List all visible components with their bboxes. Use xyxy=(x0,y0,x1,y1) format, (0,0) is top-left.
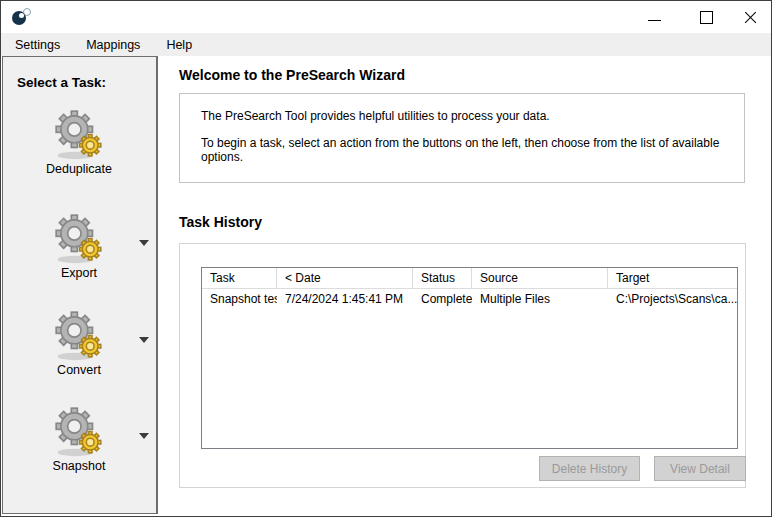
delete-history-button[interactable]: Delete History xyxy=(539,456,640,481)
cell-target: C:\Projects\Scans\ca... xyxy=(608,289,737,309)
column-header-task[interactable]: Task xyxy=(202,268,277,289)
minimize-button[interactable] xyxy=(637,1,671,33)
titlebar[interactable] xyxy=(1,1,771,33)
cell-date: 7/24/2024 1:45:41 PM xyxy=(277,289,413,309)
gears-icon xyxy=(51,210,107,266)
task-button-deduplicate[interactable]: Deduplicate xyxy=(3,106,155,176)
dropdown-arrow-icon[interactable] xyxy=(139,337,149,343)
dropdown-arrow-icon[interactable] xyxy=(139,240,149,246)
maximize-icon xyxy=(700,11,713,24)
task-button-snapshot[interactable]: Snapshot xyxy=(3,403,155,473)
task-label: Snapshot xyxy=(3,459,155,473)
task-button-convert[interactable]: Convert xyxy=(3,307,155,377)
welcome-text-line: To begin a task, select an action from t… xyxy=(180,136,744,164)
dropdown-arrow-icon[interactable] xyxy=(139,433,149,439)
column-header-date[interactable]: < Date xyxy=(277,268,413,289)
column-header-status[interactable]: Status xyxy=(413,268,472,289)
maximize-button[interactable] xyxy=(689,1,723,33)
gears-icon xyxy=(51,403,107,459)
task-history-table[interactable]: Task < Date Status Source Target Snapsho… xyxy=(201,267,738,449)
task-label: Convert xyxy=(3,363,155,377)
gears-icon xyxy=(51,307,107,363)
menu-help[interactable]: Help xyxy=(153,35,205,55)
column-header-target[interactable]: Target xyxy=(608,268,737,289)
view-detail-button[interactable]: View Detail xyxy=(654,456,746,481)
close-icon xyxy=(744,11,757,24)
menu-mappings[interactable]: Mappings xyxy=(73,35,153,55)
sidebar-heading: Select a Task: xyxy=(17,75,106,90)
table-header-row: Task < Date Status Source Target xyxy=(202,268,737,289)
column-header-source[interactable]: Source xyxy=(472,268,608,289)
cell-source: Multiple Files xyxy=(472,289,608,309)
task-label: Export xyxy=(3,266,155,280)
welcome-panel: The PreSearch Tool provides helpful util… xyxy=(179,93,745,183)
cell-status: Complete xyxy=(413,289,472,309)
task-sidebar: Select a Task: Deduplicate xyxy=(2,56,158,514)
task-history-heading: Task History xyxy=(179,214,262,230)
app-window: Settings Mappings Help Select a Task: xyxy=(0,0,772,517)
minimize-icon xyxy=(648,20,661,21)
task-button-export[interactable]: Export xyxy=(3,210,155,280)
close-button[interactable] xyxy=(733,1,767,33)
task-label: Deduplicate xyxy=(3,162,155,176)
welcome-text-line: The PreSearch Tool provides helpful util… xyxy=(180,109,744,123)
menubar: Settings Mappings Help xyxy=(1,33,771,56)
table-row[interactable]: Snapshot test 7/24/2024 1:45:41 PM Compl… xyxy=(202,289,737,309)
welcome-heading: Welcome to the PreSearch Wizard xyxy=(179,67,405,83)
cell-task: Snapshot test xyxy=(202,289,277,309)
task-history-panel: Task < Date Status Source Target Snapsho… xyxy=(179,243,746,488)
menu-settings[interactable]: Settings xyxy=(2,35,73,55)
presearch-logo-icon xyxy=(12,8,32,28)
gears-icon xyxy=(51,106,107,162)
